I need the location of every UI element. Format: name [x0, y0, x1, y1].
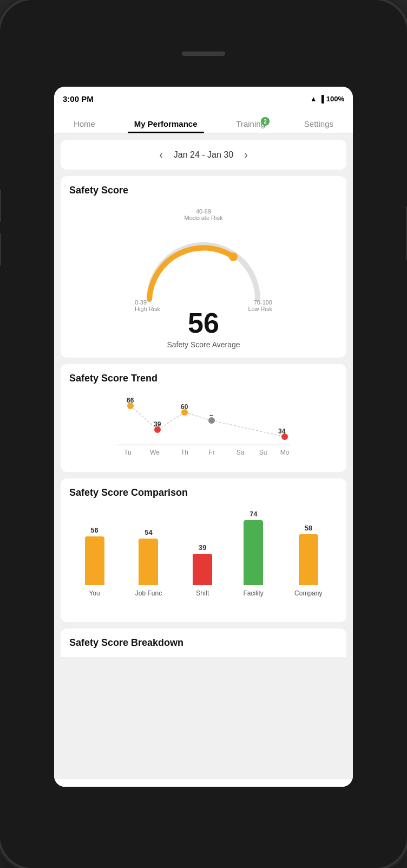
comparison-title: Safety Score Comparison: [69, 487, 338, 498]
bottom-bar: [54, 779, 353, 787]
gauge-mid-range: 40-69: [185, 208, 223, 215]
bar-you-rect: [85, 536, 104, 585]
breakdown-title: Safety Score Breakdown: [69, 637, 338, 649]
battery-icon: ▐: [319, 95, 324, 103]
bar-shift-rect: [193, 554, 212, 585]
battery-percent: 100%: [326, 95, 344, 103]
tab-my-performance[interactable]: My Performance: [128, 115, 204, 133]
gauge-score-label: Safety Score Average: [167, 340, 240, 349]
wifi-icon: ▲: [310, 95, 317, 103]
training-badge: 2: [261, 117, 270, 126]
svg-line-3: [157, 412, 185, 430]
bar-facility: 74 Facility: [244, 510, 264, 597]
svg-text:Mo: Mo: [280, 449, 290, 456]
comparison-card: Safety Score Comparison 56 You 54 Job Fu…: [61, 478, 346, 622]
device-frame: 3:00 PM ▲ ▐ 100% Home My Performance Tra…: [0, 0, 407, 868]
screen: 3:00 PM ▲ ▐ 100% Home My Performance Tra…: [54, 87, 353, 787]
date-range-label: Jan 24 - Jan 30: [174, 150, 233, 160]
bar-company-rect: [299, 534, 318, 585]
volume-down-button[interactable]: [0, 233, 1, 265]
svg-text:Tu: Tu: [124, 449, 132, 456]
breakdown-card-peek: Safety Score Breakdown: [61, 629, 346, 657]
gauge-svg: [128, 223, 279, 310]
bar-facility-rect: [244, 520, 263, 585]
svg-text:We: We: [150, 449, 160, 456]
svg-text:Fr: Fr: [208, 449, 214, 456]
tab-settings[interactable]: Settings: [298, 115, 340, 133]
nav-tabs: Home My Performance Training 2 Settings: [54, 111, 353, 133]
comparison-chart: 56 You 54 Job Func 39 Shift: [69, 505, 338, 613]
trend-card: Safety Score Trend 66: [61, 364, 346, 472]
scroll-area[interactable]: ‹ Jan 24 - Jan 30 › Safety Score 40-69 M…: [54, 133, 353, 779]
status-icons: ▲ ▐ 100%: [310, 95, 344, 103]
gauge-container: 40-69 Moderate Risk 0-39: [69, 203, 338, 349]
svg-point-0: [229, 252, 238, 261]
prev-date-arrow[interactable]: ‹: [159, 148, 163, 161]
status-time: 3:00 PM: [63, 94, 94, 103]
bar-shift: 39 Shift: [193, 543, 212, 597]
svg-text:Th: Th: [181, 449, 188, 456]
svg-text:34: 34: [278, 427, 286, 435]
svg-line-4: [185, 412, 212, 420]
svg-text:66: 66: [127, 397, 134, 404]
bar-job-func-rect: [139, 539, 158, 585]
gauge-mid-label: Moderate Risk: [185, 215, 223, 221]
svg-text:–: –: [209, 411, 213, 419]
next-date-arrow[interactable]: ›: [244, 148, 248, 161]
gauge-low-side: 0-39 High Risk: [135, 299, 160, 312]
safety-score-card: Safety Score 40-69 Moderate Risk: [61, 176, 346, 358]
svg-text:39: 39: [154, 420, 161, 428]
svg-line-5: [212, 420, 285, 437]
status-bar: 3:00 PM ▲ ▐ 100%: [54, 87, 353, 111]
date-nav: ‹ Jan 24 - Jan 30 ›: [61, 140, 346, 170]
trend-title: Safety Score Trend: [69, 373, 338, 384]
gauge-score-value: 56: [188, 307, 219, 339]
volume-up-button[interactable]: [0, 190, 1, 222]
tab-training[interactable]: Training 2: [229, 115, 272, 133]
trend-svg: 66 39 60 – 34 Tu We Th: [69, 391, 338, 461]
bar-job-func: 54 Job Func: [135, 528, 162, 597]
tab-home[interactable]: Home: [67, 115, 102, 133]
svg-text:Sa: Sa: [237, 449, 245, 456]
bar-company: 58 Company: [294, 524, 322, 597]
speaker: [182, 51, 225, 56]
bar-you: 56 You: [85, 526, 104, 597]
safety-score-title: Safety Score: [69, 185, 338, 196]
svg-text:Su: Su: [259, 449, 267, 456]
svg-text:60: 60: [181, 403, 188, 411]
gauge-high-side: 70-100 Low Risk: [248, 299, 272, 312]
